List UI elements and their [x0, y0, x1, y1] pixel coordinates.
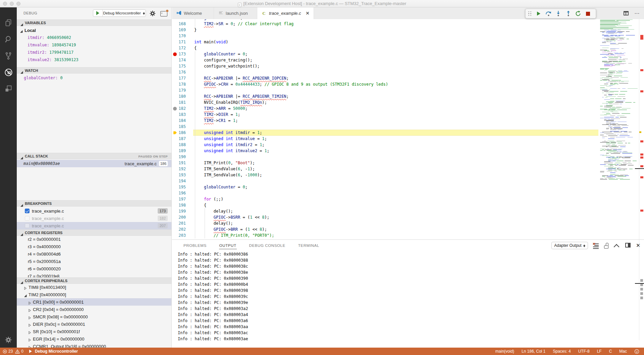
- close-tab-icon[interactable]: ✕: [306, 11, 309, 16]
- feedback-smiley-icon[interactable]: [634, 349, 639, 354]
- step-into-button[interactable]: [553, 9, 564, 18]
- close-panel-icon[interactable]: ✕: [636, 242, 640, 249]
- minimap-line: [609, 109, 616, 109]
- pane-header-watch[interactable]: WATCH: [17, 67, 172, 74]
- minimap-line: [602, 48, 609, 48]
- panel-tab-terminal[interactable]: TERMINAL: [298, 241, 320, 249]
- register-row[interactable]: r5 = 0x2000051a: [17, 258, 172, 265]
- peripheral-row[interactable]: TIM2 [0x40000000]: [17, 291, 172, 298]
- pane-status-text: PAUSED ON STEP: [139, 154, 168, 158]
- stop-button[interactable]: [583, 9, 593, 18]
- minimap-line: [605, 69, 608, 69]
- variable-row[interactable]: itmvalue: 1898457419: [17, 41, 172, 49]
- tab-launch-json[interactable]: launch.json: [214, 7, 257, 19]
- continue-button[interactable]: [534, 9, 544, 18]
- activity-bar-item-search[interactable]: [0, 31, 17, 47]
- minimap-line: [600, 89, 607, 89]
- minimap[interactable]: [599, 19, 639, 181]
- activity-bar-item-source-control[interactable]: [0, 48, 17, 64]
- variable-row[interactable]: itmdir: 4066950602: [17, 34, 172, 41]
- breakpoint-checkbox[interactable]: [25, 223, 30, 228]
- activity-bar-item-explorer[interactable]: [0, 15, 17, 31]
- breakpoint-row[interactable]: trace_example.c 207: [17, 222, 172, 229]
- breakpoint-checkbox[interactable]: [25, 209, 30, 213]
- errors-status[interactable]: 23: [3, 349, 13, 354]
- minimap-line: [602, 42, 606, 42]
- encoding-status[interactable]: UTF-8: [578, 349, 590, 354]
- configure-gear-icon[interactable]: [150, 10, 156, 18]
- watch-row[interactable]: globalCounter: 0: [17, 74, 172, 82]
- register-row[interactable]: r2 = 0x00000001: [17, 235, 172, 243]
- cursor-position-status[interactable]: Ln 186, Col 1: [522, 349, 545, 354]
- peripheral-row[interactable]: SMCR [0x08] = 0x00000000: [17, 313, 172, 320]
- variable-row[interactable]: itmvalue2: 3815390123: [17, 56, 172, 63]
- peripheral-row[interactable]: DIER [0x0c] = 0x00000001: [17, 320, 172, 328]
- variable-row[interactable]: itmdir2: 1799478117: [17, 49, 172, 56]
- indentation-status[interactable]: Spaces: 4: [553, 349, 571, 354]
- peripheral-row[interactable]: EGR [0x14] = 0x00000000: [17, 335, 172, 343]
- panel-tab-output[interactable]: OUTPUT: [219, 241, 237, 249]
- activity-bar-item-settings[interactable]: [0, 332, 17, 348]
- minimap-line: [617, 55, 625, 55]
- minimap-line: [606, 38, 615, 38]
- output-log[interactable]: Info : halted: PC: 0x08000386 Info : hal…: [178, 251, 637, 340]
- variables-scope-local[interactable]: Local: [17, 27, 172, 34]
- split-editor-icon[interactable]: [624, 11, 629, 15]
- lock-scrolling-icon[interactable]: [604, 243, 609, 249]
- register-row[interactable]: r6 = 0x00000020: [17, 265, 172, 272]
- register-row[interactable]: r3 = 0x40000000: [17, 243, 172, 250]
- minimap-line: [619, 35, 624, 35]
- peripheral-row[interactable]: CCMR1_Output [0x18] = 0x00000000: [17, 343, 172, 348]
- drag-handle-icon[interactable]: [528, 9, 533, 18]
- launch-configuration-dropdown[interactable]: Debug Microcontroller: [103, 11, 146, 15]
- peripheral-row[interactable]: TIM8 [0x40013400]: [17, 283, 172, 291]
- pane-header-cortex-peripherals[interactable]: CORTEX PERIPHERALS: [17, 277, 172, 284]
- code-line-189: 189 unsigned int itmvalue2 = 1;: [172, 148, 644, 154]
- warnings-status[interactable]: 0: [15, 349, 23, 354]
- pane-header-variables[interactable]: VARIABLES: [17, 19, 172, 26]
- register-row[interactable]: r4 = 0x080004d6: [17, 250, 172, 258]
- minimap-line: [621, 77, 628, 78]
- os-status[interactable]: Mac: [619, 349, 627, 354]
- language-status[interactable]: C: [609, 349, 612, 354]
- more-actions-icon[interactable]: …: [634, 10, 640, 14]
- start-debug-button[interactable]: [93, 10, 103, 16]
- peripheral-row[interactable]: CR1 [0x00] = 0x00000001: [17, 298, 172, 306]
- pane-header-call-stack[interactable]: CALL STACKPAUSED ON STEP: [17, 153, 172, 159]
- minimap-line: [618, 149, 622, 149]
- minimap-line: [602, 61, 607, 61]
- breakpoint-glyph-red[interactable]: [173, 52, 177, 56]
- clear-output-icon[interactable]: ✕: [593, 243, 599, 249]
- peripheral-row[interactable]: CR2 [0x04] = 0x00000000: [17, 306, 172, 313]
- tab-trace_example-c[interactable]: Ctrace_example.c✕: [257, 7, 314, 19]
- activity-bar-item-extensions[interactable]: [0, 81, 17, 97]
- eol-status[interactable]: LF: [597, 349, 602, 354]
- step-out-button[interactable]: [563, 9, 573, 18]
- panel-tab-debug-console[interactable]: DEBUG CONSOLE: [249, 241, 286, 249]
- split-panel-icon[interactable]: [625, 243, 631, 249]
- breakpoint-row[interactable]: trace_example.c 182: [17, 215, 172, 222]
- minimap-line: [609, 61, 618, 61]
- minimap-line: [610, 41, 612, 41]
- maximize-panel-icon[interactable]: [614, 243, 620, 249]
- breakpoint-glyph-gray[interactable]: [173, 107, 177, 110]
- step-over-button[interactable]: [543, 9, 553, 18]
- restart-button[interactable]: [573, 9, 583, 18]
- debug-console-icon[interactable]: ›: [160, 11, 167, 16]
- peripheral-row[interactable]: SR [0x10] = 0x0000001f: [17, 328, 172, 335]
- tab-welcome[interactable]: Welcome: [172, 7, 214, 19]
- pane-header-cortex-registers[interactable]: CORTEX REGISTERS: [17, 229, 172, 236]
- pane-header-breakpoints[interactable]: BREAKPOINTS: [17, 200, 172, 207]
- minimap-line: [618, 40, 622, 41]
- minimap-line: [600, 19, 633, 20]
- minimap-line: [608, 53, 613, 54]
- stack-frame-row[interactable]: main@0x080003ae trace_example.c 186: [17, 160, 172, 167]
- panel-tab-problems[interactable]: PROBLEMS: [183, 241, 207, 249]
- activity-bar-item-debug[interactable]: [0, 64, 17, 80]
- breakpoint-checkbox[interactable]: [25, 216, 30, 221]
- code-editor[interactable]: 167 globalCounter++;168 TIM2->SR = 0; //…: [172, 19, 644, 239]
- debug-status[interactable]: Debug Microcontroller: [35, 349, 78, 354]
- output-channel-dropdown[interactable]: Adapter Output: [551, 242, 588, 249]
- breakpoint-row[interactable]: trace_example.c 173: [17, 207, 172, 215]
- current-symbol-status[interactable]: main(void): [495, 349, 514, 354]
